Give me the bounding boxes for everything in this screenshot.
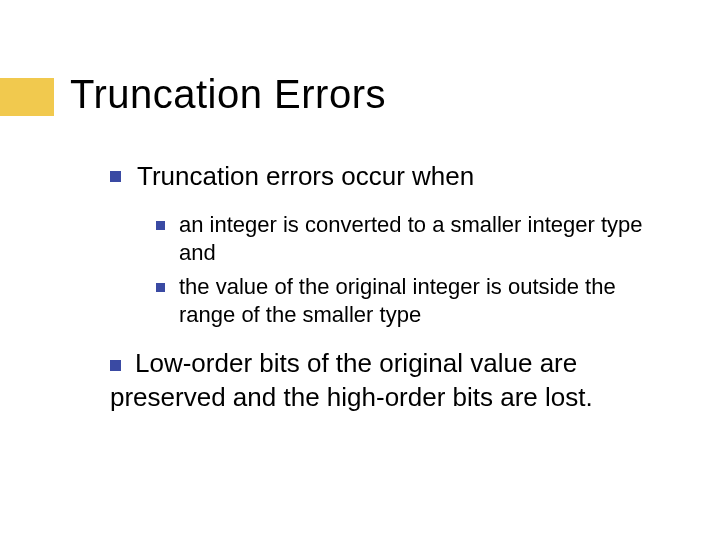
bullet-text: an integer is converted to a smaller int… [179,211,670,267]
square-bullet-icon [156,221,165,230]
bullet-level1: Truncation errors occur when [110,160,670,193]
square-bullet-icon [156,283,165,292]
square-bullet-icon [110,360,121,371]
slide: Truncation Errors Truncation errors occu… [0,0,720,540]
square-bullet-icon [110,171,121,182]
bullet-level1-wrapped: Low-order bits of the original value are… [110,347,670,415]
bullet-text: the value of the original integer is out… [179,273,670,329]
bullet-level2: an integer is converted to a smaller int… [156,211,670,267]
title-accent-block [0,78,54,116]
slide-body: Truncation errors occur when an integer … [110,160,670,415]
bullet-text: Low-order bits of the original value are… [110,348,593,412]
bullet-level2: the value of the original integer is out… [156,273,670,329]
slide-title: Truncation Errors [70,72,386,117]
bullet-text: Truncation errors occur when [137,160,474,193]
sub-bullet-group: an integer is converted to a smaller int… [156,211,670,330]
